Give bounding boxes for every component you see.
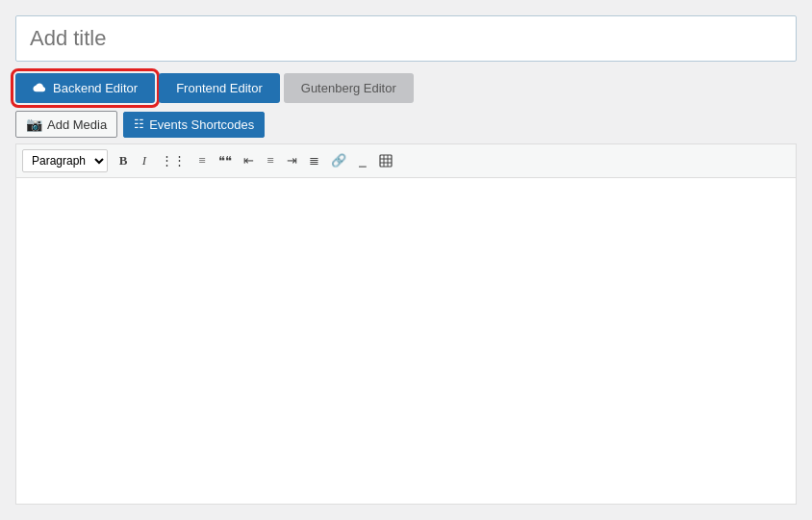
tab-gutenberg-label: Gutenberg Editor	[301, 81, 396, 95]
italic-button[interactable]: I	[135, 151, 154, 170]
add-media-button[interactable]: 📷 Add Media	[15, 111, 117, 138]
add-media-label: Add Media	[47, 117, 107, 132]
horizontal-rule-button[interactable]: ⎯	[353, 151, 372, 170]
events-shortcodes-label: Events Shortcodes	[149, 117, 254, 132]
page-wrapper: Backend Editor Frontend Editor Gutenberg…	[0, 0, 812, 520]
bold-button[interactable]: B	[114, 151, 133, 170]
paragraph-select[interactable]: Paragraph Heading 1 Heading 2 Heading 3	[22, 149, 108, 172]
events-shortcodes-button[interactable]: ☷ Events Shortcodes	[123, 112, 265, 138]
content-area[interactable]	[15, 177, 797, 505]
tab-frontend-label: Frontend Editor	[176, 81, 263, 95]
title-input[interactable]	[15, 15, 797, 62]
unordered-list-button[interactable]: ⋮⋮	[156, 151, 190, 170]
blockquote-button[interactable]: ❝❝	[214, 151, 237, 170]
format-toolbar: Paragraph Heading 1 Heading 2 Heading 3 …	[15, 143, 797, 177]
justify-button[interactable]: ≣	[304, 151, 324, 170]
align-right-button[interactable]: ⇥	[282, 151, 302, 170]
tab-backend-label: Backend Editor	[53, 81, 138, 95]
table-button[interactable]	[374, 152, 397, 169]
tab-gutenberg-editor[interactable]: Gutenberg Editor	[284, 73, 414, 103]
link-button[interactable]: 🔗	[326, 151, 351, 170]
events-icon: ☷	[134, 117, 144, 131]
editor-tabs: Backend Editor Frontend Editor Gutenberg…	[15, 73, 797, 103]
tab-frontend-editor[interactable]: Frontend Editor	[159, 73, 280, 103]
toolbar-row: 📷 Add Media ☷ Events Shortcodes	[15, 111, 797, 138]
svg-rect-0	[380, 155, 392, 167]
add-media-icon: 📷	[26, 117, 42, 132]
tab-backend-editor[interactable]: Backend Editor	[15, 73, 155, 103]
align-left-button[interactable]: ⇤	[239, 151, 259, 170]
ordered-list-button[interactable]: ≡	[192, 151, 212, 170]
align-center-button[interactable]: ≡	[261, 151, 280, 170]
cloud-icon	[33, 82, 46, 95]
